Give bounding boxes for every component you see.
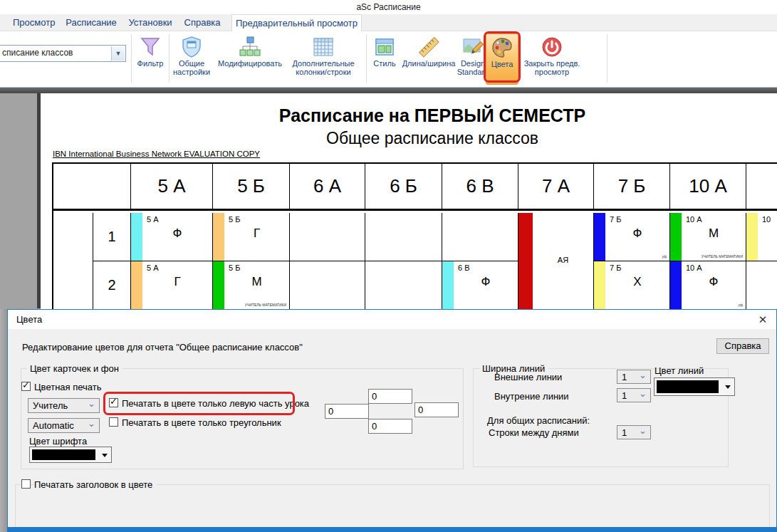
chevron-down-icon: ⌄ bbox=[639, 370, 647, 380]
tab-ustanovki[interactable]: Установки bbox=[127, 14, 174, 31]
dialog-description: Редактирование цветов для отчета "Общее … bbox=[22, 342, 303, 353]
lesson-cell bbox=[365, 213, 442, 261]
lesson-cell: 5 АФ bbox=[131, 213, 213, 261]
card-colors-group-legend: Цвет карточек и фон bbox=[27, 363, 122, 374]
report-subtitle: Общее расписание классов bbox=[41, 129, 777, 148]
line-color-picker[interactable] bbox=[654, 377, 735, 396]
ribbon-separator bbox=[607, 34, 607, 83]
lesson-subject: Ф bbox=[454, 275, 518, 289]
modify-button[interactable]: Модифицировать bbox=[213, 33, 287, 85]
period-number: 2 bbox=[93, 277, 130, 293]
color-by-combobox[interactable]: Учитель ⌄ bbox=[28, 398, 100, 413]
common-schedules-label: Для общих расписаний: bbox=[487, 415, 590, 426]
header-color-checkbox-face[interactable] bbox=[21, 479, 31, 489]
report-selector-value: списание классов bbox=[2, 48, 73, 58]
timetable-header-cell: 6 А bbox=[290, 164, 365, 211]
help-button[interactable]: Справка bbox=[716, 338, 769, 354]
style-button[interactable]: Стиль bbox=[368, 33, 401, 85]
ribbon-separator bbox=[366, 34, 367, 83]
window-titlebar: aSc Расписание bbox=[0, 0, 777, 14]
lesson-class-tag: 5 А bbox=[147, 215, 159, 224]
margin-left-field[interactable] bbox=[325, 404, 369, 419]
report-selector-combobox[interactable]: списание классов ▼ bbox=[0, 45, 126, 62]
extra-columns-button[interactable]: Дополнительные колонки/строки bbox=[288, 33, 359, 85]
margin-bottom-field[interactable] bbox=[368, 419, 412, 434]
lesson-color-stripe bbox=[131, 261, 142, 309]
colors-button[interactable]: Цвета bbox=[486, 33, 518, 85]
outer-lines-combobox[interactable]: 1 ⌄ bbox=[617, 370, 651, 384]
lesson-cell: 10 АМУЧИТЕЛЬ МАТЕМАТИКИ bbox=[670, 213, 746, 261]
period-cell: 1 bbox=[93, 213, 131, 261]
colors-palette-icon bbox=[491, 36, 513, 59]
report-title: Расписание на ПЕРВЫЙ СЕМЕСТР bbox=[41, 105, 777, 126]
class-header-label: 7 А bbox=[518, 175, 593, 197]
chevron-down-icon: ⌄ bbox=[88, 398, 95, 409]
general-settings-button[interactable]: Общие настройки bbox=[171, 33, 212, 85]
preview-top-edge bbox=[0, 88, 777, 93]
filter-button[interactable]: Фильтр bbox=[134, 33, 167, 85]
between-days-combobox[interactable]: 1 ⌄ bbox=[617, 425, 651, 439]
margin-right-field[interactable] bbox=[414, 402, 459, 417]
margin-top-field[interactable] bbox=[368, 389, 412, 404]
inner-lines-combobox[interactable]: 1 ⌄ bbox=[617, 388, 651, 402]
timetable-header-cell: 10 bbox=[746, 164, 777, 211]
lesson-subject: Г bbox=[142, 275, 212, 289]
chevron-down-icon: ⌄ bbox=[639, 388, 647, 399]
timetable-header-cell: 5 А bbox=[131, 164, 213, 211]
color-print-checkbox[interactable]: ✓ bbox=[21, 382, 31, 391]
dialog-bottom-accent bbox=[7, 527, 777, 532]
left-part-only-checkbox[interactable]: ✓ bbox=[109, 398, 118, 407]
lesson-color-stripe bbox=[670, 261, 682, 309]
lesson-class-tag: 7 Б bbox=[610, 264, 621, 272]
lesson-class-tag: 6 В bbox=[458, 264, 470, 272]
lesson-color-stripe bbox=[746, 213, 758, 261]
design-picture-icon bbox=[461, 36, 484, 58]
timetable-header-cell: 6 В bbox=[442, 164, 518, 211]
evaluation-watermark: IBN International Business Network EVALU… bbox=[53, 150, 260, 158]
lesson-class-tag: 7 Б bbox=[610, 215, 621, 224]
triangle-only-checkbox[interactable] bbox=[109, 417, 118, 427]
lesson-color-stripe bbox=[213, 261, 224, 309]
chevron-down-icon[interactable]: ▼ bbox=[111, 46, 125, 61]
close-preview-button[interactable]: Закрыть предв. просмотр bbox=[521, 33, 583, 85]
class-header-label: 6 А bbox=[290, 175, 365, 197]
close-preview-power-icon bbox=[541, 36, 563, 58]
lesson-cell: 7 БХ bbox=[594, 261, 670, 310]
lesson-subject: Ф bbox=[605, 226, 669, 241]
chevron-down-icon: ⌄ bbox=[639, 425, 647, 436]
close-icon[interactable]: ✕ bbox=[756, 313, 770, 327]
timetable-header-cell: 5 Б bbox=[213, 164, 290, 211]
line-color-label: Цвет линий bbox=[655, 365, 704, 376]
outer-lines-label: Внешние линии bbox=[494, 372, 562, 382]
font-color-picker[interactable] bbox=[29, 447, 112, 463]
ribbon-separator bbox=[169, 34, 170, 83]
lesson-class-tag: 10 А bbox=[686, 264, 702, 272]
tab-prosmotr[interactable]: Просмотр bbox=[13, 14, 54, 31]
lesson-class-tag: 5 Б bbox=[229, 264, 240, 272]
tab-preview-active[interactable]: Предварительный просмотр bbox=[231, 14, 362, 32]
length-width-button[interactable]: Длина/ширина bbox=[401, 33, 457, 85]
dialog-title: Цвета bbox=[16, 314, 42, 325]
lesson-color-stripe bbox=[594, 261, 605, 309]
lesson-cell: 6 ВФ bbox=[442, 261, 518, 310]
class-header-label: 10 bbox=[746, 175, 777, 197]
automatic-combobox[interactable]: Automatic ⌄ bbox=[28, 418, 100, 433]
lesson-class-tag: 5 А bbox=[147, 264, 159, 272]
lesson-class-tag: 10 bbox=[762, 215, 771, 224]
ribbon: списание классов ▼ Фильтр Общие настройк… bbox=[0, 31, 777, 88]
lesson-cell: 10 bbox=[746, 213, 777, 261]
shield-settings-icon bbox=[180, 36, 203, 58]
lesson-cell bbox=[290, 261, 365, 310]
tab-spravka[interactable]: Справка bbox=[182, 14, 222, 31]
lesson-cell: 10 АФуф bbox=[670, 261, 746, 310]
lesson-class-tag: 5 Б bbox=[229, 215, 240, 224]
checkmark-icon: ✓ bbox=[110, 396, 118, 407]
lesson-cell bbox=[290, 213, 365, 261]
lesson-teacher-note: уф bbox=[738, 303, 743, 307]
inner-lines-label: Внутрение линии bbox=[494, 391, 569, 402]
dialog-titlebar[interactable]: Цвета ✕ bbox=[8, 310, 776, 329]
extra-columns-grid-icon bbox=[312, 36, 335, 58]
timetable-header-cell: 6 Б bbox=[365, 164, 442, 211]
tab-raspisanie[interactable]: Расписание bbox=[66, 14, 117, 31]
desktop-strip bbox=[0, 309, 7, 532]
